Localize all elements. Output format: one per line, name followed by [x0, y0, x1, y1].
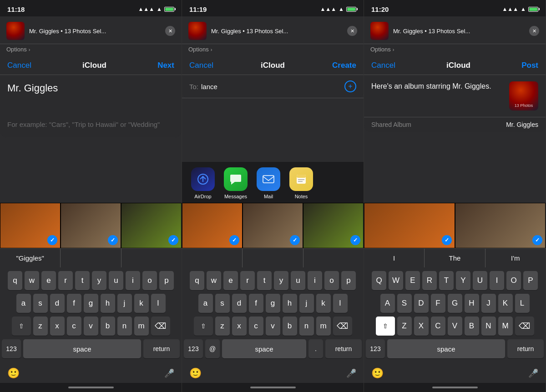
- emoji-key-2[interactable]: 🙂: [189, 367, 202, 379]
- key-j[interactable]: j: [117, 294, 132, 313]
- key2-i[interactable]: i: [308, 271, 322, 290]
- key3-z[interactable]: Z: [397, 317, 412, 336]
- key-p[interactable]: p: [159, 271, 174, 290]
- numbers-key-2[interactable]: 123: [184, 339, 203, 358]
- space-key-2[interactable]: space: [222, 339, 306, 358]
- key3-f[interactable]: F: [431, 294, 445, 313]
- key3-r[interactable]: R: [422, 271, 437, 290]
- key-h[interactable]: h: [101, 294, 115, 313]
- modal-close-btn-1[interactable]: ✕: [165, 26, 175, 36]
- key-e[interactable]: e: [41, 271, 56, 290]
- key-o[interactable]: o: [142, 271, 157, 290]
- key-b[interactable]: b: [101, 317, 115, 336]
- key-v[interactable]: v: [84, 317, 98, 336]
- post-btn-3[interactable]: Post: [521, 61, 538, 70]
- emoji-key-3[interactable]: 🙂: [371, 367, 384, 379]
- caps-key-3[interactable]: ⇧: [376, 317, 395, 336]
- key-n[interactable]: n: [117, 317, 132, 336]
- share-airdrop[interactable]: AirDrop: [189, 167, 217, 199]
- predictive-1[interactable]: "Giggles": [0, 249, 61, 267]
- emoji-key-1[interactable]: 🙂: [7, 367, 20, 379]
- key2-p[interactable]: p: [341, 271, 356, 290]
- key3-l[interactable]: L: [515, 294, 530, 313]
- return-key[interactable]: return: [143, 339, 180, 358]
- caps-key-2[interactable]: ⇧: [194, 317, 213, 336]
- key3-o[interactable]: O: [506, 271, 521, 290]
- key2-r[interactable]: r: [240, 271, 255, 290]
- next-btn-1[interactable]: Next: [157, 61, 174, 70]
- key3-t[interactable]: T: [439, 271, 454, 290]
- key2-g[interactable]: g: [266, 294, 280, 313]
- key-a[interactable]: a: [16, 294, 31, 313]
- key2-l[interactable]: l: [333, 294, 348, 313]
- key3-q[interactable]: Q: [372, 271, 386, 290]
- predictive-2-3[interactable]: [303, 249, 364, 267]
- numbers-key-3[interactable]: 123: [366, 339, 385, 358]
- key-y[interactable]: y: [92, 271, 106, 290]
- at-key[interactable]: @: [205, 339, 220, 358]
- mic-key-1[interactable]: 🎤: [164, 368, 174, 378]
- key2-e[interactable]: e: [223, 271, 238, 290]
- key3-e[interactable]: E: [405, 271, 420, 290]
- key2-u[interactable]: u: [291, 271, 305, 290]
- predictive-3-2[interactable]: The: [425, 249, 485, 267]
- cancel-btn-3[interactable]: Cancel: [371, 61, 395, 70]
- caps-key[interactable]: ⇧: [12, 317, 31, 336]
- predictive-3-1[interactable]: I: [364, 249, 425, 267]
- key-i[interactable]: i: [126, 271, 140, 290]
- share-messages[interactable]: Messages: [222, 167, 249, 199]
- key-d[interactable]: d: [50, 294, 65, 313]
- key-m[interactable]: m: [134, 317, 149, 336]
- share-notes[interactable]: Notes: [288, 167, 315, 199]
- key3-k[interactable]: K: [498, 294, 513, 313]
- key3-w[interactable]: W: [389, 271, 403, 290]
- key-g[interactable]: g: [84, 294, 98, 313]
- key-x[interactable]: x: [50, 317, 65, 336]
- key-c[interactable]: c: [67, 317, 81, 336]
- key-w[interactable]: w: [25, 271, 39, 290]
- key2-x[interactable]: x: [232, 317, 247, 336]
- key2-m[interactable]: m: [316, 317, 331, 336]
- key3-p[interactable]: P: [523, 271, 538, 290]
- dot-key[interactable]: .: [308, 339, 323, 358]
- create-btn-2[interactable]: Create: [332, 61, 356, 70]
- space-key-3[interactable]: space: [387, 339, 505, 358]
- key3-c[interactable]: C: [431, 317, 445, 336]
- key3-b[interactable]: B: [465, 317, 479, 336]
- delete-key[interactable]: ⌫: [151, 317, 170, 336]
- key2-k[interactable]: k: [316, 294, 331, 313]
- delete-key-3[interactable]: ⌫: [515, 317, 534, 336]
- key3-y[interactable]: Y: [456, 271, 470, 290]
- predictive-2-2[interactable]: [243, 249, 303, 267]
- key-k[interactable]: k: [134, 294, 149, 313]
- return-key-3[interactable]: return: [507, 339, 544, 358]
- predictive-3-3[interactable]: I'm: [485, 249, 546, 267]
- post-message-text[interactable]: Here's an album starring Mr. Giggles.: [371, 81, 505, 91]
- key2-j[interactable]: j: [299, 294, 314, 313]
- key-t[interactable]: t: [75, 271, 90, 290]
- key2-w[interactable]: w: [207, 271, 221, 290]
- key2-y[interactable]: y: [274, 271, 288, 290]
- key2-z[interactable]: z: [215, 317, 230, 336]
- key2-h[interactable]: h: [283, 294, 297, 313]
- key2-v[interactable]: v: [266, 317, 280, 336]
- key-u[interactable]: u: [109, 271, 123, 290]
- key2-t[interactable]: t: [257, 271, 272, 290]
- mic-key-2[interactable]: 🎤: [346, 368, 356, 378]
- key2-c[interactable]: c: [249, 317, 263, 336]
- key3-u[interactable]: U: [473, 271, 487, 290]
- key2-b[interactable]: b: [283, 317, 297, 336]
- key2-d[interactable]: d: [232, 294, 247, 313]
- options-row-1[interactable]: Options ›: [0, 44, 182, 56]
- key3-j[interactable]: J: [481, 294, 496, 313]
- modal-close-btn-3[interactable]: ✕: [529, 26, 539, 36]
- key2-f[interactable]: f: [249, 294, 263, 313]
- key-f[interactable]: f: [67, 294, 81, 313]
- key3-n[interactable]: N: [481, 317, 496, 336]
- delete-key-2[interactable]: ⌫: [333, 317, 352, 336]
- share-mail[interactable]: Mail: [255, 167, 282, 199]
- options-row-2[interactable]: Options ›: [182, 44, 364, 56]
- key3-x[interactable]: X: [414, 317, 429, 336]
- key2-n[interactable]: n: [299, 317, 314, 336]
- space-key[interactable]: space: [23, 339, 141, 358]
